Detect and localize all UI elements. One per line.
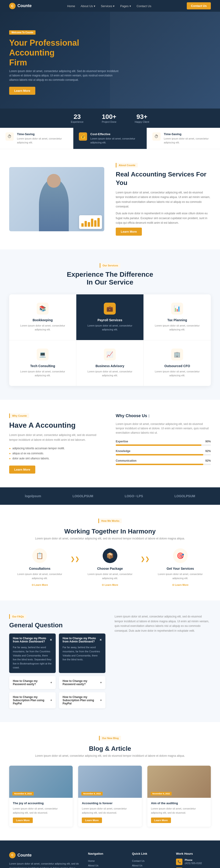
service-card-bookkeeping[interactable]: 📚 Bookkeeping Lorem ipsum dolor sit amet… <box>9 294 76 340</box>
how-step-title-1: Choose Package <box>84 567 136 570</box>
stat-experience-number: 23 <box>71 113 83 120</box>
how-step-icon-1: 📦 <box>103 548 117 563</box>
how-step-link-0[interactable]: ⊙ Learn More <box>32 584 48 586</box>
blog-card-2: November 8, 2022 Aim of the auditing Lor… <box>147 766 211 827</box>
why-badge: Why Counte <box>9 413 29 418</box>
skill-communication-bar <box>116 464 203 465</box>
how-step-package: 📦 Choose Package Lorem ipsum dolor sit a… <box>79 548 141 587</box>
faq-section: Our FAQs General Question How to Change … <box>0 600 220 722</box>
nav-cta-button[interactable]: Contact Us <box>187 2 211 9</box>
feature-desc-0: Lorem ipsum dolor sit amet, consectetur … <box>17 137 68 144</box>
service-card-tax[interactable]: 📊 Tax Planning Lorem ipsum dolor sit ame… <box>144 294 211 340</box>
bar-5 <box>94 220 97 227</box>
blog-btn-2[interactable]: Learn More <box>151 817 171 823</box>
blog-date-0: November 8, 2022 <box>12 792 34 796</box>
faq-item-3[interactable]: How to Change my Password easily? + <box>59 676 105 689</box>
footer-quick-link-1[interactable]: About Us <box>132 863 167 868</box>
blog-badge: Our New Blog <box>99 736 121 740</box>
feature-card-0: ⏱ Time-Saving Lorem ipsum dolor sit amet… <box>0 128 73 149</box>
about-section: About Counte Real Accounting Services Fo… <box>0 149 220 249</box>
why-right-desc: Lorem ipsum dolor sit amet, consectetur … <box>116 422 211 435</box>
footer-phone: 📞 Phone (415) 555-0182 <box>176 859 211 865</box>
why-desc: Lorem ipsum dolor sit amet, consectetur … <box>9 433 104 442</box>
stat-clients-label: Happy Client <box>135 120 149 123</box>
nav-logo: C Counte <box>9 3 32 9</box>
why-list-item-0: adipiscing lobortis accumsan tempor moll… <box>9 446 104 451</box>
footer-quick-link-0[interactable]: Contact Us <box>132 859 167 863</box>
about-cta-button[interactable]: Learn More <box>116 227 142 236</box>
stat-clients-number: 93+ <box>135 113 149 120</box>
skill-expertise-value: 90% <box>205 440 211 443</box>
nav-link-contact[interactable]: Contact Us <box>137 4 151 8</box>
chart-overlay <box>79 215 102 229</box>
why-cta-button[interactable]: Learn More <box>9 466 35 473</box>
why-right: Why Choose Us : Lorem ipsum dolor sit am… <box>116 413 211 469</box>
skill-communication: Communication 92% <box>116 459 211 465</box>
faq-question-0: How to Change my Photo from Admin Dashbo… <box>13 637 50 643</box>
faq-toggle-4[interactable]: + <box>50 699 52 702</box>
faq-item-0[interactable]: How to Change my Photo from Admin Dashbo… <box>9 633 56 673</box>
how-step-icon-2: 🎯 <box>173 548 188 563</box>
faq-toggle-5[interactable]: + <box>100 699 102 702</box>
nav-link-services[interactable]: Services ▾ <box>101 4 115 8</box>
faq-right-desc: Lorem ipsum dolor sit amet, consectetur … <box>115 614 211 633</box>
hero-cta-button[interactable]: Learn More <box>9 87 35 95</box>
faq-toggle-0[interactable]: ✕ <box>50 638 52 642</box>
faq-item-1[interactable]: How to Change my Photo from Admin Dashbo… <box>59 633 105 673</box>
service-desc-advisory: Lorem ipsum dolor sit amet, consectetur … <box>83 370 137 378</box>
service-desc-tax: Lorem ipsum dolor sit amet, consectetur … <box>150 324 205 332</box>
blog-grid: November 8, 2022 The joy of accounting L… <box>9 766 211 827</box>
faq-toggle-3[interactable]: + <box>100 681 102 684</box>
how-step-link-1[interactable]: ⊙ Learn More <box>102 584 118 586</box>
service-title-cfo: Outsourced CFO <box>150 364 205 368</box>
how-step-desc-0: Lorem ipsum dolor sit amet, consectetur … <box>14 572 66 580</box>
service-title-advisory: Business Advisory <box>83 364 137 368</box>
faq-item-5[interactable]: How to Change my Subscription Plan using… <box>59 692 105 708</box>
why-list: adipiscing lobortis accumsan tempor moll… <box>9 446 104 461</box>
faq-answer-0: Far far away, behind the word mountains,… <box>13 645 52 670</box>
feature-card-1: 💰 Cost-Effective Lorem ipsum dolor sit a… <box>73 128 147 149</box>
stat-projects: 100+ Project Done <box>102 113 116 123</box>
faq-badge: Our FAQs <box>9 614 26 619</box>
services-title: Experience The Difference In Our Service <box>9 271 211 286</box>
footer-nav-link-0[interactable]: Home <box>88 859 123 863</box>
faq-item-4[interactable]: How to Change my Subscription Plan using… <box>9 692 56 708</box>
service-card-tech[interactable]: 💻 Tech Consulting Lorem ipsum dolor sit … <box>9 340 76 386</box>
services-badge: Our Services <box>100 263 120 268</box>
service-card-cfo[interactable]: 🏢 Outsourced CFO Lorem ipsum dolor sit a… <box>144 340 211 386</box>
logo-1: LOGOLPSUM <box>73 494 93 498</box>
nav-link-about[interactable]: About Us ▾ <box>81 4 95 8</box>
blog-btn-1[interactable]: Learn More <box>82 817 102 823</box>
service-card-advisory[interactable]: 📈 Business Advisory Lorem ipsum dolor si… <box>76 340 143 386</box>
how-step-link-2[interactable]: ⊙ Learn More <box>172 584 188 586</box>
step-arrow-0: ❯❯ <box>70 548 79 562</box>
feature-title-1: Cost-Effective <box>90 132 141 136</box>
footer-nav-link-1[interactable]: About Us <box>88 863 123 868</box>
faq-toggle-1[interactable]: ✕ <box>100 638 102 642</box>
blog-date-2: November 8, 2022 <box>151 792 172 796</box>
how-step-consultations: 📋 Consultations Lorem ipsum dolor sit am… <box>9 548 70 587</box>
nav-logo-text: Counte <box>17 3 32 8</box>
about-title: Real Accounting Services For You <box>116 170 211 187</box>
stat-experience: 23 Experience <box>71 113 83 123</box>
service-card-payroll[interactable]: 💼 Payroll Services Lorem ipsum dolor sit… <box>76 294 143 340</box>
faq-answer-1: Far far away, behind the word mountains,… <box>63 645 102 661</box>
faq-toggle-2[interactable]: + <box>50 681 52 684</box>
skill-communication-value: 92% <box>205 459 211 462</box>
footer-quick-col: Quick Link Contact Us About Us Team Blog… <box>132 852 167 868</box>
service-icon-bookkeeping: 📚 <box>37 303 48 315</box>
nav-link-pages[interactable]: Pages ▾ <box>120 4 131 8</box>
footer-work-title: Work Hours <box>176 852 211 856</box>
blog-desc-1: Lorem ipsum dolor sit amet, consectetur … <box>82 807 138 815</box>
logos-section: logolpsum LOGOLPSUM LOGO···LPS LOGOLPSUM <box>0 487 220 505</box>
blog-title-2: Aim of the auditing <box>151 802 207 805</box>
blog-btn-0[interactable]: Learn More <box>13 817 33 823</box>
faq-question-1: How to Change my Photo from Admin Dashbo… <box>63 637 100 643</box>
about-content: About Counte Real Accounting Services Fo… <box>116 163 211 236</box>
faq-item-2[interactable]: How to Change my Password easily? + <box>9 676 56 689</box>
service-icon-payroll: 💼 <box>104 303 116 315</box>
nav-link-home[interactable]: Home <box>67 4 75 8</box>
service-title-payroll: Payroll Services <box>83 318 137 322</box>
bar-3 <box>88 222 90 227</box>
features-row: ⏱ Time-Saving Lorem ipsum dolor sit amet… <box>0 128 220 149</box>
